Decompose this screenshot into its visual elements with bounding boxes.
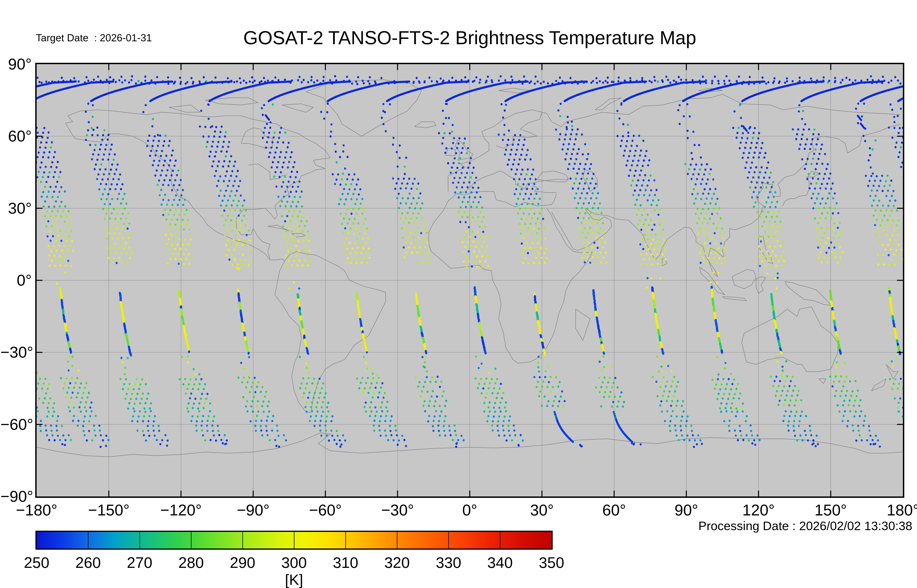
- colorbar-tick-label: 350: [530, 555, 573, 570]
- page: { "header": { "metadata_lines": [ "Targe…: [0, 0, 917, 588]
- colorbar-tick-label: 250: [15, 555, 58, 570]
- x-tick-label: −150°: [85, 502, 132, 519]
- x-tick-label: 90°: [663, 502, 710, 519]
- colorbar-tick-label: 280: [170, 555, 212, 570]
- colorbar-tick-label: 300: [272, 555, 316, 570]
- y-tick-label: 90°: [0, 56, 32, 73]
- y-tick-label: 60°: [0, 128, 32, 144]
- y-tick-label: −30°: [0, 344, 32, 360]
- colorbar-tick-label: 310: [324, 555, 367, 570]
- x-tick-label: −90°: [230, 502, 277, 519]
- x-tick-label: 30°: [518, 502, 565, 519]
- x-tick-label: 120°: [735, 502, 782, 519]
- map-plot-area: [35, 63, 904, 498]
- x-tick-label: −120°: [157, 502, 204, 519]
- colorbar-unit-label: [K]: [37, 571, 551, 588]
- x-tick-label: 60°: [591, 502, 638, 519]
- brightness-temperature-scatter-map: [37, 64, 903, 496]
- y-tick-label: 0°: [0, 272, 32, 289]
- colorbar: [36, 531, 552, 550]
- colorbar-tick-label: 340: [478, 555, 522, 570]
- colorbar-tick-label: 270: [118, 555, 161, 570]
- processing-date: Processing Date : 2026/02/02 13:30:38: [698, 519, 912, 533]
- colorbar-tick-label: 330: [427, 555, 470, 570]
- x-tick-label: −60°: [302, 502, 349, 519]
- x-tick-label: 180°: [880, 502, 917, 519]
- y-tick-label: 30°: [0, 200, 32, 216]
- x-tick-label: 0°: [446, 502, 493, 519]
- colorbar-tick-label: 290: [221, 555, 264, 570]
- x-tick-label: −180°: [13, 502, 60, 519]
- x-tick-label: 150°: [807, 502, 854, 519]
- colorbar-tick-label: 320: [376, 555, 418, 570]
- x-tick-label: −30°: [374, 502, 421, 519]
- page-title: GOSAT-2 TANSO-FTS-2 Brightness Temperatu…: [37, 27, 903, 48]
- colorbar-tick-label: 260: [66, 555, 110, 570]
- y-tick-label: −60°: [0, 416, 32, 433]
